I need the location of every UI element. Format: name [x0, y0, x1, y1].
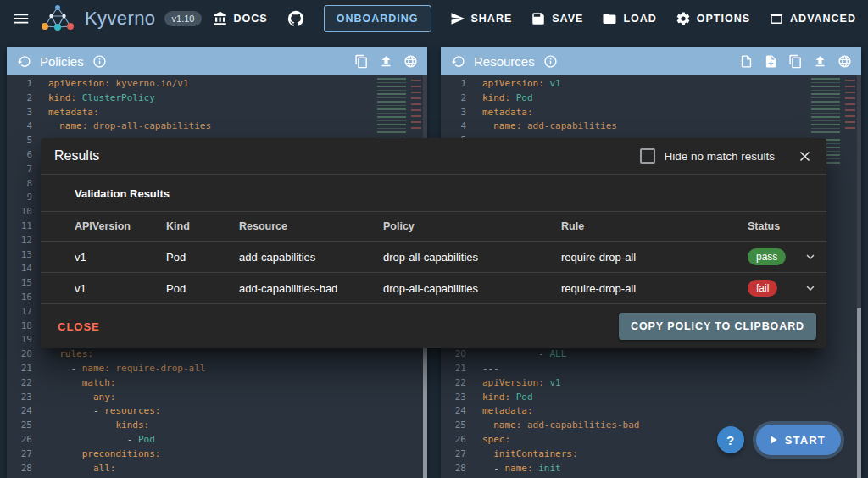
- restore-icon[interactable]: [449, 53, 466, 69]
- code-line[interactable]: 21 ---: [441, 362, 861, 376]
- cell-rule: require-drop-all: [561, 282, 748, 295]
- restore-icon[interactable]: [15, 53, 32, 69]
- code-line[interactable]: 21 - name: require-drop-all: [7, 362, 427, 376]
- line-text: kind: Pod: [466, 391, 533, 405]
- onboarding-button[interactable]: ONBOARDING: [324, 5, 431, 32]
- code-line[interactable]: 25 kinds:: [7, 419, 427, 433]
- start-label: START: [785, 434, 826, 447]
- file-plus-icon[interactable]: [762, 53, 779, 69]
- code-line[interactable]: 20 rules:: [7, 347, 427, 362]
- chevron-down-icon[interactable]: [793, 281, 818, 296]
- line-number: 22: [441, 376, 466, 391]
- code-line[interactable]: 4 name: drop-all-capabilities: [7, 119, 427, 134]
- line-number: 8: [7, 177, 32, 192]
- close-button[interactable]: CLOSE: [54, 315, 103, 338]
- line-number: 11: [7, 220, 32, 234]
- code-line[interactable]: 24 metadata:: [441, 404, 861, 419]
- line-number: 3: [441, 106, 466, 120]
- line-number: 25: [7, 419, 32, 433]
- code-line[interactable]: 22 match:: [7, 376, 427, 391]
- scrollbar[interactable]: [857, 75, 861, 478]
- copy-policy-button[interactable]: COPY POLICY TO CLIPBOARD: [619, 313, 816, 340]
- options-button[interactable]: OPTIONS: [676, 11, 750, 26]
- code-line[interactable]: 27 preconditions:: [7, 447, 427, 462]
- column-header: Kind: [166, 220, 239, 232]
- chevron-down-icon[interactable]: [793, 249, 818, 264]
- line-number: 4: [441, 119, 466, 134]
- status-badge: fail: [748, 280, 777, 297]
- upload-icon[interactable]: [377, 53, 394, 69]
- share-button[interactable]: SHARE: [450, 11, 513, 26]
- line-text: apiVersion: kyverno.io/v1: [32, 77, 189, 92]
- floating-buttons: ? START: [717, 425, 841, 455]
- globe-icon[interactable]: [402, 53, 419, 69]
- line-text: name: add-capabilities: [466, 119, 617, 134]
- line-text: apiVersion: v1: [466, 376, 561, 391]
- line-text: preconditions:: [32, 447, 160, 462]
- code-line[interactable]: 1 apiVersion: kyverno.io/v1: [7, 77, 427, 92]
- line-text: any:: [32, 391, 115, 405]
- load-button[interactable]: LOAD: [602, 11, 656, 26]
- result-row[interactable]: v1 Pod add-capabilities drop-all-capabil…: [41, 242, 826, 273]
- line-number: 2: [441, 92, 466, 106]
- line-number: 21: [7, 362, 32, 376]
- results-table-rows: v1 Pod add-capabilities drop-all-capabil…: [41, 242, 826, 304]
- line-number: 20: [441, 347, 466, 362]
- save-label: SAVE: [552, 13, 583, 25]
- line-number: 12: [7, 234, 32, 248]
- cell-apiversion: v1: [75, 282, 166, 295]
- code-line[interactable]: 2 kind: Pod: [441, 92, 861, 106]
- topbar: Kyverno v1.10 DOCS ONBOARDING SHARE SAVE…: [0, 0, 868, 37]
- help-button[interactable]: ?: [717, 426, 744, 453]
- file-document-icon[interactable]: [737, 53, 754, 69]
- line-number: 5: [7, 134, 32, 148]
- copy-icon[interactable]: [787, 53, 804, 69]
- line-text: name: drop-all-capabilities: [32, 119, 211, 134]
- line-number: 14: [7, 262, 32, 276]
- info-icon[interactable]: [92, 53, 108, 69]
- line-text: - ALL: [466, 347, 566, 362]
- docs-icon: [213, 11, 228, 26]
- code-line[interactable]: 23 any:: [7, 391, 427, 405]
- code-line[interactable]: 20 - ALL: [441, 347, 861, 362]
- info-icon[interactable]: [542, 53, 559, 69]
- checkbox-icon[interactable]: [640, 148, 655, 164]
- status-badge: pass: [748, 248, 786, 265]
- code-line[interactable]: 22 apiVersion: v1: [441, 376, 861, 391]
- menu-icon[interactable]: [12, 9, 31, 28]
- policies-title: Policies: [40, 54, 84, 69]
- modal-footer: CLOSE COPY POLICY TO CLIPBOARD: [41, 304, 826, 348]
- cell-kind: Pod: [166, 282, 239, 295]
- advanced-button[interactable]: ADVANCED: [769, 11, 856, 26]
- column-header: Resource: [239, 220, 383, 232]
- line-number: 17: [7, 305, 32, 320]
- save-button[interactable]: SAVE: [531, 11, 583, 26]
- docs-button[interactable]: DOCS: [213, 11, 268, 26]
- github-icon[interactable]: [287, 9, 305, 28]
- code-line[interactable]: 28 - name: init: [441, 462, 861, 476]
- copy-icon[interactable]: [353, 53, 370, 69]
- code-line[interactable]: 4 name: add-capabilities: [441, 119, 861, 134]
- code-line[interactable]: 2 kind: ClusterPolicy: [7, 92, 427, 106]
- line-number: 23: [441, 391, 466, 405]
- upload-icon[interactable]: [811, 53, 828, 69]
- line-number: 26: [441, 433, 466, 447]
- code-line[interactable]: 1 apiVersion: v1: [441, 77, 861, 92]
- globe-icon[interactable]: [836, 53, 853, 69]
- code-line[interactable]: 26 - Pod: [7, 433, 427, 447]
- start-button[interactable]: START: [756, 425, 841, 455]
- close-icon[interactable]: [797, 148, 813, 164]
- code-line[interactable]: 3 metadata:: [7, 106, 427, 120]
- code-line[interactable]: 3 metadata:: [441, 106, 861, 120]
- code-line[interactable]: 24 - resources:: [7, 404, 427, 419]
- line-number: 3: [7, 106, 32, 120]
- advanced-label: ADVANCED: [790, 13, 856, 25]
- code-line[interactable]: 23 kind: Pod: [441, 391, 861, 405]
- result-row[interactable]: v1 Pod add-capabilities-bad drop-all-cap…: [41, 273, 826, 304]
- line-text: ---: [466, 362, 499, 376]
- line-text: - Pod: [32, 433, 155, 447]
- line-number: 22: [7, 376, 32, 391]
- scrollbar-thumb[interactable]: [857, 308, 861, 478]
- code-line[interactable]: 28 all:: [7, 462, 427, 476]
- hide-no-match-checkbox[interactable]: Hide no match results: [640, 148, 775, 164]
